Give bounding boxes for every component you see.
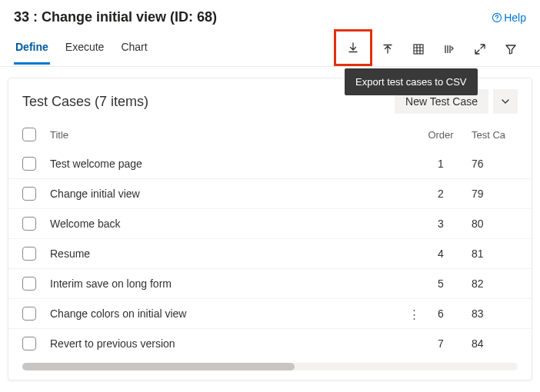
col-header-testcase[interactable]: Test Ca [472,129,518,141]
tab-chart[interactable]: Chart [119,33,148,65]
tab-define[interactable]: Define [14,33,50,65]
table-row[interactable]: Change colors on initial view⋮683 [8,298,532,328]
scrollbar-thumb[interactable] [22,363,295,370]
row-checkbox[interactable] [22,247,36,261]
help-icon [492,12,502,23]
columns-icon [443,43,455,55]
col-header-title[interactable]: Title [50,129,410,141]
row-tcid: 81 [472,247,518,260]
svg-rect-2 [414,45,423,54]
table-header: Title Order Test Ca [8,121,532,149]
upload-icon [382,43,394,55]
export-tooltip: Export test cases to CSV [345,68,478,95]
row-checkbox[interactable] [22,187,36,201]
row-title: Change initial view [50,188,410,200]
table-row[interactable]: Welcome back380 [8,208,532,238]
row-checkbox[interactable] [22,337,36,350]
tab-execute[interactable]: Execute [64,33,106,65]
row-title: Resume [50,247,410,260]
row-checkbox[interactable] [22,307,36,321]
row-tcid: 83 [472,307,518,320]
svg-point-1 [497,19,498,20]
help-label: Help [504,12,526,24]
toolbar-icons [334,32,526,66]
grid-icon [412,43,425,55]
chevron-down-icon [501,97,510,106]
expand-icon [474,43,486,55]
help-link[interactable]: Help [492,12,526,24]
row-tcid: 84 [472,337,518,350]
new-test-case-dropdown[interactable] [493,89,518,114]
row-title: Welcome back [50,218,410,230]
table-row[interactable]: Change initial view279 [8,178,532,208]
row-tcid: 80 [472,218,518,230]
row-checkbox[interactable] [22,217,36,231]
table-row[interactable]: Resume481 [8,238,532,268]
column-options-button[interactable] [434,34,465,65]
tabs: Define Execute Chart [14,33,149,65]
row-title: Change colors on initial view [50,307,410,320]
row-order: 3 [410,218,472,230]
card-title: Test Cases (7 items) [22,94,148,110]
filter-icon [505,43,517,55]
select-all-checkbox[interactable] [22,128,36,141]
row-order: 1 [410,158,472,170]
horizontal-scrollbar[interactable] [22,363,518,370]
row-checkbox[interactable] [22,157,36,171]
row-title: Interim save on long form [50,277,410,290]
row-tcid: 79 [472,188,518,200]
row-tcid: 76 [472,158,518,170]
page-title: 33 : Change initial view (ID: 68) [14,9,217,25]
export-csv-button[interactable] [334,29,372,66]
table-row[interactable]: Interim save on long form582 [8,268,532,298]
row-more-icon[interactable]: ⋮ [408,308,420,320]
grid-view-button[interactable] [403,34,434,65]
row-title: Revert to previous version [50,337,410,350]
row-tcid: 82 [472,277,518,290]
row-order: 7 [410,337,472,350]
test-cases-card: Test Cases (7 items) New Test Case Title… [8,78,532,380]
row-order: 2 [410,188,472,200]
fullscreen-button[interactable] [465,34,495,65]
row-title: Test welcome page [50,158,410,170]
row-order: 4 [410,247,472,260]
table-row[interactable]: Revert to previous version784 [8,328,532,358]
filter-button[interactable] [495,34,526,65]
col-header-order[interactable]: Order [410,129,472,141]
row-checkbox[interactable] [22,277,36,291]
table-row[interactable]: Test welcome page176 [8,149,532,178]
download-icon [347,42,359,54]
row-order: 5 [410,277,472,290]
upload-button[interactable] [372,34,403,65]
